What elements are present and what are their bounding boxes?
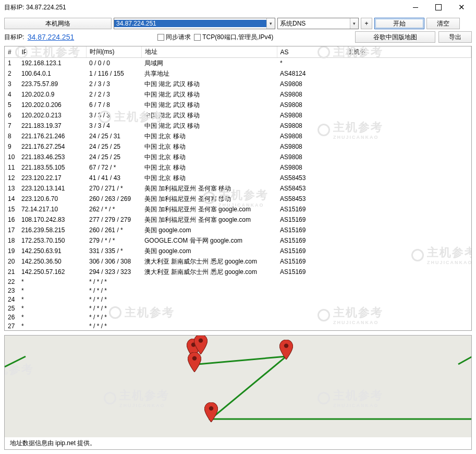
cell-as: AS15169 xyxy=(277,330,344,331)
table-row[interactable]: 3223.75.57.892 / 3 / 3中国 湖北 武汉 移动AS9808 xyxy=(5,79,471,89)
table-row[interactable]: 23** / * / * xyxy=(5,286,471,295)
cell-as: AS9808 xyxy=(277,141,344,152)
table-row[interactable]: 2834.87.224.251313 / 320 / *澳大利亚 新南威尔士州 … xyxy=(5,330,471,331)
cell-n: 9 xyxy=(5,141,18,152)
table-row[interactable]: 24** / * / * xyxy=(5,295,471,304)
cell-t: 313 / 320 / * xyxy=(86,330,141,331)
table-row[interactable]: 2100.64.0.11 / 116 / 155共享地址AS48124 xyxy=(5,68,471,79)
dns-value: 系统DNS xyxy=(278,19,350,28)
table-row[interactable]: 22** / * / * xyxy=(5,277,471,286)
table-row[interactable]: 1192.168.123.10 / 0 / 0局域网* xyxy=(5,58,471,69)
table-row[interactable]: 8221.176.21.24624 / 25 / 31中国 北京 移动AS980… xyxy=(5,131,471,141)
window-maximize-button[interactable] xyxy=(427,0,450,15)
table-row[interactable]: 5120.202.0.2066 / 7 / 8中国 湖北 武汉 移动AS9808 xyxy=(5,100,471,110)
cell-ip: * xyxy=(18,304,86,313)
chevron-down-icon[interactable]: ▾ xyxy=(350,18,358,29)
window-close-button[interactable]: ✕ xyxy=(450,0,473,15)
cell-a: 共享地址 xyxy=(141,68,277,79)
cell-as: AS15169 xyxy=(277,204,344,214)
cell-h xyxy=(344,277,471,286)
cell-ip: 120.202.0.206 xyxy=(18,100,86,110)
table-row[interactable]: 25** / * / * xyxy=(5,304,471,313)
cell-t: 262 / * / * xyxy=(86,204,141,214)
cell-n: 2 xyxy=(5,68,18,79)
cell-ip: 72.14.217.10 xyxy=(18,204,86,214)
cell-a xyxy=(141,295,277,304)
cell-as: AS9808 xyxy=(277,162,344,173)
map-pane[interactable]: 主机参考 主机参考ZHUJICANKAO 主机参考ZHUJICANKAO 地址数… xyxy=(4,335,472,450)
table-row[interactable]: 10221.183.46.25324 / 25 / 25中国 北京 移动AS98… xyxy=(5,152,471,162)
clear-button[interactable]: 清空 xyxy=(426,18,460,29)
table-row[interactable]: 4120.202.0.92 / 2 / 3中国 湖北 武汉 移动AS9808 xyxy=(5,89,471,100)
table-row[interactable]: 17216.239.58.215260 / 261 / *美国 google.c… xyxy=(5,225,471,235)
table-row[interactable]: 19142.250.63.91331 / 335 / *美国 google.co… xyxy=(5,246,471,256)
col-time[interactable]: 时间(ms) xyxy=(86,46,141,58)
chevron-down-icon[interactable]: ▾ xyxy=(266,18,275,29)
local-network-button[interactable]: 本机网络 xyxy=(4,18,112,29)
tcp80-checkbox-label: TCP(80端口,管理员,IPv4) xyxy=(202,33,273,42)
cell-n: 14 xyxy=(5,194,18,204)
map-pin-icon[interactable] xyxy=(194,335,208,354)
toolbar: 本机网络 34.87.224.251 ▾ 系统DNS ▾ + 开始 清空 xyxy=(0,15,476,31)
cell-n: 16 xyxy=(5,214,18,225)
table-row[interactable]: 14223.120.6.70260 / 263 / 269美国 加利福尼亚州 圣… xyxy=(5,194,471,204)
col-as[interactable]: AS xyxy=(277,46,344,58)
table-row[interactable]: 1572.14.217.10262 / * / *美国 加利福尼亚州 圣何塞 g… xyxy=(5,204,471,214)
add-button[interactable]: + xyxy=(361,18,372,29)
cell-n: 10 xyxy=(5,152,18,162)
table-row[interactable]: 11221.183.55.10567 / 72 / *中国 北京 移动AS980… xyxy=(5,162,471,173)
cell-h xyxy=(344,162,471,173)
cell-ip: * xyxy=(18,321,86,330)
cell-ip: 34.87.224.251 xyxy=(18,330,86,331)
cell-h xyxy=(344,58,471,69)
table-row[interactable]: 18172.253.70.150279 / * / *GOOGLE.COM 骨干… xyxy=(5,235,471,246)
tcp80-checkbox[interactable]: TCP(80端口,管理员,IPv4) xyxy=(194,33,273,42)
target-ip-combobox[interactable]: 34.87.224.251 ▾ xyxy=(114,18,275,29)
target-ip-link[interactable]: 34.87.224.251 xyxy=(28,33,75,41)
table-row[interactable]: 20142.250.36.50306 / 306 / 308澳大利亚 新南威尔士… xyxy=(5,256,471,267)
table-row[interactable]: 21142.250.57.162294 / 323 / 323澳大利亚 新南威尔… xyxy=(5,267,471,277)
cell-as: AS9808 xyxy=(277,152,344,162)
table-row[interactable]: 7221.183.19.373 / 3 / 4中国 湖北 武汉 移动AS9808 xyxy=(5,121,471,131)
cell-h xyxy=(344,267,471,277)
export-button[interactable]: 导出 xyxy=(438,31,472,43)
cell-ip: * xyxy=(18,313,86,321)
cell-a xyxy=(141,313,277,321)
col-hop[interactable]: # xyxy=(5,46,18,58)
cell-t: 260 / 263 / 269 xyxy=(86,194,141,204)
table-row[interactable]: 12223.120.22.1741 / 41 / 43中国 北京 移动AS584… xyxy=(5,173,471,183)
google-cn-map-button[interactable]: 谷歌中国版地图 xyxy=(355,31,435,43)
dns-combobox[interactable]: 系统DNS ▾ xyxy=(277,18,359,29)
cell-n: 7 xyxy=(5,121,18,131)
cell-ip: 221.183.55.105 xyxy=(18,162,86,173)
table-row[interactable]: 27** / * / * xyxy=(5,321,471,330)
cell-t: 3 / 3 / 4 xyxy=(86,121,141,131)
cell-as: AS9808 xyxy=(277,100,344,110)
cell-t: 294 / 323 / 323 xyxy=(86,267,141,277)
sync-checkbox[interactable]: 同步请求 xyxy=(157,33,191,42)
map-pin-icon[interactable] xyxy=(188,352,201,372)
table-row[interactable]: 6120.202.0.2133 / 3 / 3中国 湖北 武汉 移动AS9808 xyxy=(5,110,471,121)
cell-n: 6 xyxy=(5,110,18,121)
cell-ip: 223.120.6.70 xyxy=(18,194,86,204)
col-host[interactable]: 主机名 xyxy=(344,46,471,58)
map-pin-icon[interactable] xyxy=(204,402,218,422)
table-row[interactable]: 16108.170.242.83277 / 279 / 279美国 加利福尼亚州… xyxy=(5,214,471,225)
cell-a xyxy=(141,277,277,286)
cell-a: 中国 湖北 武汉 移动 xyxy=(141,110,277,121)
start-button[interactable]: 开始 xyxy=(374,18,424,29)
col-address[interactable]: 地址 xyxy=(141,46,277,58)
cell-as: AS9808 xyxy=(277,131,344,141)
window-minimize-button[interactable] xyxy=(404,0,427,15)
cell-as: AS9808 xyxy=(277,89,344,100)
cell-h xyxy=(344,152,471,162)
table-row[interactable]: 26** / * / * xyxy=(5,313,471,321)
table-row[interactable]: 9221.176.27.25424 / 25 / 25中国 北京 移动AS980… xyxy=(5,141,471,152)
map-pin-icon[interactable] xyxy=(279,340,293,360)
cell-t: * / * / * xyxy=(86,304,141,313)
trace-table[interactable]: # IP 时间(ms) 地址 AS 主机名 1192.168.123.10 / … xyxy=(5,46,471,331)
col-ip[interactable]: IP xyxy=(18,46,86,58)
cell-ip: 192.168.123.1 xyxy=(18,58,86,69)
cell-ip: 216.239.58.215 xyxy=(18,225,86,235)
table-row[interactable]: 13223.120.13.141270 / 271 / *美国 加利福尼亚州 圣… xyxy=(5,183,471,194)
